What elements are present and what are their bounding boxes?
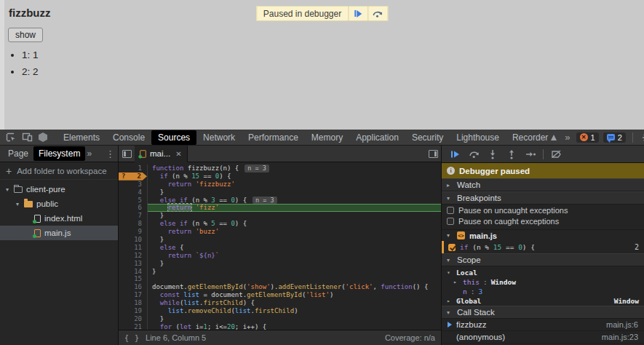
settings-gear-icon[interactable]: [640, 132, 644, 143]
gutter-line[interactable]: 18: [119, 299, 147, 307]
tab-sources[interactable]: Sources: [151, 130, 196, 145]
chevron-down-icon[interactable]: ▾: [4, 186, 10, 193]
conditional-breakpoint-marker[interactable]: ?2: [119, 172, 147, 181]
code-line[interactable]: else if (n % 5 == 0) {: [148, 220, 441, 228]
code-line[interactable]: if (n % 15 == 0) {: [148, 172, 441, 181]
gutter-line[interactable]: 19: [119, 307, 147, 315]
page-scrollbar[interactable]: [0, 0, 4, 130]
close-tab-icon[interactable]: ✕: [175, 150, 181, 158]
tab-memory[interactable]: Memory: [305, 130, 349, 145]
callstack-frame[interactable]: (anonymous)main.js:23: [442, 331, 644, 344]
callstack-section-header[interactable]: ▾ Call Stack: [442, 306, 644, 319]
console-error-badge[interactable]: ✕ 1: [576, 132, 599, 143]
more-tabs-icon[interactable]: »: [563, 132, 571, 143]
gutter-line[interactable]: 21: [119, 323, 147, 330]
gutter-line[interactable]: 16: [119, 283, 147, 291]
tree-item-main-js[interactable]: main.js: [0, 226, 118, 240]
code-line[interactable]: else {: [148, 244, 441, 252]
code-line[interactable]: [148, 275, 441, 283]
scope-section-header[interactable]: ▾ Scope: [442, 253, 644, 266]
tab-recorder[interactable]: Recorder: [506, 130, 563, 145]
pause-option-1[interactable]: Pause on caught exceptions: [442, 215, 644, 226]
step-out-icon[interactable]: [503, 147, 520, 162]
gutter-line[interactable]: 10: [119, 236, 147, 244]
gutter-line[interactable]: 14: [119, 268, 147, 276]
paused-execution-line[interactable]: return 'fizz': [148, 204, 441, 212]
scope-local-row[interactable]: ▾ Local: [442, 268, 644, 277]
callstack-frame[interactable]: fizzbuzzmain.js:6: [442, 319, 644, 331]
breakpoint-entry[interactable]: if (n % 15 == 0) { 2: [442, 241, 644, 253]
hide-navigator-icon[interactable]: [119, 146, 135, 162]
kebab-menu-icon[interactable]: ⋮: [106, 148, 115, 159]
gutter-line[interactable]: 8: [119, 220, 147, 228]
gutter-line[interactable]: 5: [119, 197, 147, 205]
step-icon[interactable]: [522, 147, 539, 162]
code-line[interactable]: }: [148, 212, 441, 220]
gutter-line[interactable]: 7: [119, 212, 147, 220]
checkbox-unchecked[interactable]: [447, 207, 454, 214]
tab-elements[interactable]: Elements: [57, 130, 106, 145]
code-line[interactable]: const list = document.getElementById('li…: [148, 291, 441, 299]
editor-tab-mainjs[interactable]: mai... ✕: [135, 146, 188, 162]
code-line[interactable]: return 'buzz': [148, 228, 441, 236]
code-line[interactable]: return 'fizzbuzz': [148, 181, 441, 189]
tab-application[interactable]: Application: [349, 130, 405, 145]
resume-script-icon[interactable]: [349, 6, 367, 21]
code-line[interactable]: while(list.firstChild) {: [148, 299, 441, 307]
more-tabs-icon[interactable]: »: [87, 148, 92, 159]
scope-n-row[interactable]: n: 3: [442, 287, 644, 296]
tab-lighthouse[interactable]: Lighthouse: [450, 130, 506, 145]
gutter-line[interactable]: 20: [119, 315, 147, 323]
checkbox-unchecked[interactable]: [447, 218, 454, 225]
pretty-print-icon[interactable]: { }: [124, 334, 140, 342]
chevron-down-icon[interactable]: ▾: [15, 201, 20, 207]
code-line[interactable]: }: [148, 260, 441, 268]
issues-badge[interactable]: 2: [603, 132, 626, 143]
scope-this-row[interactable]: ▸ this: Window: [442, 277, 644, 287]
watch-section-header[interactable]: ▸ Watch: [442, 178, 644, 191]
gutter-line[interactable]: 15: [119, 275, 147, 283]
breakpoint-checkbox[interactable]: [448, 244, 456, 251]
add-folder-to-workspace[interactable]: + Add folder to workspace: [0, 162, 118, 180]
code-line[interactable]: document.getElementById('show').addEvent…: [148, 283, 441, 291]
show-button[interactable]: show: [8, 28, 43, 42]
code-line[interactable]: else if (n % 3 == 0) {n = 3: [148, 197, 441, 205]
code-line[interactable]: }: [148, 315, 441, 323]
breakpoint-file-group[interactable]: ▾ <> main.js: [442, 229, 644, 241]
tree-item-client-pure[interactable]: ▾client-pure: [0, 182, 118, 197]
tab-filesystem[interactable]: Filesystem: [33, 146, 85, 161]
gutter-line[interactable]: 17: [119, 291, 147, 299]
gutter-line[interactable]: 1: [119, 164, 147, 172]
tab-network[interactable]: Network: [196, 130, 242, 145]
inspect-element-icon[interactable]: [4, 132, 17, 143]
deactivate-breakpoints-icon[interactable]: [547, 147, 565, 162]
gutter-line[interactable]: 13: [119, 260, 147, 268]
resume-script-icon[interactable]: [446, 147, 464, 162]
code-line[interactable]: function fizzbuzz(n) {n = 3: [148, 164, 441, 172]
gutter-line[interactable]: 6: [119, 204, 147, 212]
gutter-line[interactable]: 3: [119, 181, 147, 189]
tree-item-index-html[interactable]: index.html: [0, 211, 118, 226]
gutter-line[interactable]: 11: [119, 244, 147, 252]
tab-performance[interactable]: Performance: [242, 130, 305, 145]
gutter-line[interactable]: 9: [119, 228, 147, 236]
code-line[interactable]: }: [148, 189, 441, 197]
code-line[interactable]: }: [148, 268, 441, 276]
step-over-icon[interactable]: [368, 6, 387, 21]
step-over-icon[interactable]: [465, 147, 482, 162]
code-line[interactable]: list.removeChild(list.firstChild): [148, 307, 441, 315]
tab-console[interactable]: Console: [106, 130, 151, 145]
code-line[interactable]: }: [148, 236, 441, 244]
tree-item-public[interactable]: ▾public: [0, 197, 118, 211]
show-debugger-pane-icon[interactable]: [425, 146, 441, 162]
extension-cube-icon[interactable]: [36, 132, 49, 143]
gutter-line[interactable]: 12: [119, 252, 147, 260]
pause-option-0[interactable]: Pause on uncaught exceptions: [442, 205, 644, 215]
scope-global-row[interactable]: ▸ Global Window: [442, 296, 644, 306]
code-line[interactable]: return `${n}`: [148, 252, 441, 260]
tab-page[interactable]: Page: [3, 146, 33, 161]
code-line[interactable]: for (let i=1; i<=20; i++) {: [148, 323, 441, 330]
tab-security[interactable]: Security: [405, 130, 450, 145]
gutter-line[interactable]: 4: [119, 189, 147, 197]
step-into-icon[interactable]: [484, 147, 501, 162]
